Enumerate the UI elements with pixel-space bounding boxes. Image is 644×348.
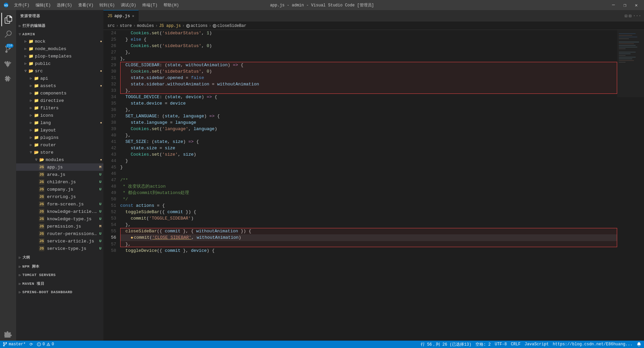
menu-edit[interactable]: 编辑(E): [33, 2, 54, 9]
breadcrumb-appjs[interactable]: JS app.js: [159, 24, 181, 28]
activity-debug-icon[interactable]: [1, 57, 15, 71]
tomcat-servers-section[interactable]: ▷ TOMCAT SERVERS: [16, 270, 103, 278]
tree-item-router[interactable]: ▷ 📁 router: [16, 141, 103, 149]
tree-item-layout[interactable]: ▷ 📁 layout: [16, 126, 103, 134]
line-content[interactable]: toggleDevice({ commit }, device) {: [120, 247, 617, 254]
line-content[interactable]: * 都会commit到mutations处理: [120, 190, 617, 196]
menu-terminal[interactable]: 终端(T): [140, 2, 160, 9]
line-content[interactable]: ◆commit('CLOSE_SIDEBAR', withoutAnimatio…: [120, 234, 617, 241]
tree-item-src[interactable]: ▽ 📂 src ●: [16, 67, 103, 75]
line-content[interactable]: state.size = size: [120, 145, 617, 151]
status-errors[interactable]: 0 0: [37, 342, 54, 347]
line-content[interactable]: },: [120, 55, 617, 62]
line-content[interactable]: [120, 170, 617, 177]
breadcrumb-store[interactable]: store: [120, 24, 132, 28]
tree-item-errorlog-js[interactable]: JS errorLog.js: [16, 193, 103, 200]
tree-item-api[interactable]: ▷ 📁 api: [16, 75, 103, 82]
tree-item-node-modules[interactable]: ▷ 📁 node_modules: [16, 45, 103, 52]
breadcrumb-modules[interactable]: modules: [137, 24, 154, 28]
line-content[interactable]: },: [120, 87, 617, 94]
line-content[interactable]: commit('TOGGLE_SIDEBAR'): [120, 215, 617, 222]
status-language[interactable]: JavaScript: [524, 342, 549, 347]
tree-item-knowledge-type-js[interactable]: JS knowledge-type.js U: [16, 215, 103, 223]
line-content[interactable]: }: [120, 164, 617, 170]
line-content[interactable]: TOGGLE_DEVICE: (state, device) => {: [120, 94, 617, 100]
line-content[interactable]: Cookies.set('sidebarStatus', 0): [120, 68, 617, 75]
tree-item-components[interactable]: ▷ 📁 components: [16, 89, 103, 97]
tree-item-public[interactable]: ▷ 📁 public: [16, 60, 103, 67]
status-encoding[interactable]: UTF-8: [495, 342, 507, 347]
line-content[interactable]: Cookies.set('sidebarStatus', 1): [120, 30, 617, 36]
status-indent[interactable]: 空格: 2: [475, 342, 491, 347]
line-content[interactable]: closeSideBar({ commit }, { withoutAnimat…: [120, 228, 617, 234]
menu-goto[interactable]: 转到(G): [97, 2, 118, 9]
tree-item-modules[interactable]: ▽ 📂 modules ●: [16, 156, 103, 163]
spring-boot-section[interactable]: ▷ SPRING-BOOT DASHBOARD: [16, 287, 103, 296]
status-git-branch[interactable]: master*: [3, 342, 26, 347]
activity-extensions-icon[interactable]: [1, 72, 15, 85]
activity-settings-icon[interactable]: [1, 327, 15, 341]
tree-item-permission-js[interactable]: JS permission.js M: [16, 223, 103, 230]
line-content[interactable]: /**: [120, 177, 617, 183]
menu-view[interactable]: 查看(V): [76, 2, 96, 9]
activity-explorer-icon[interactable]: [1, 13, 15, 26]
menu-help[interactable]: 帮助(H): [161, 2, 182, 9]
line-content[interactable]: state.device = device: [120, 100, 617, 107]
tree-item-service-type-js[interactable]: JS service-type.js U: [16, 245, 103, 252]
window-controls[interactable]: ─ ❐ ✕: [609, 1, 641, 9]
tree-item-plop-templates[interactable]: ▷ 📁 plop-templates: [16, 52, 103, 60]
line-content[interactable]: const actions = {: [120, 202, 617, 209]
line-content[interactable]: */: [120, 196, 617, 202]
status-sync[interactable]: ⟳: [30, 342, 33, 347]
tab-app-js[interactable]: JS app.js ✕: [103, 10, 139, 22]
line-content[interactable]: },: [120, 49, 617, 55]
line-content[interactable]: SET_LANGUAGE: (state, language) => {: [120, 113, 617, 119]
line-content[interactable]: CLOSE_SIDEBAR: (state, withoutAnimation)…: [120, 62, 617, 68]
tree-item-knowledge-article-js[interactable]: JS knowledge-article.js U: [16, 208, 103, 215]
line-content[interactable]: },: [120, 222, 617, 228]
tree-item-area-js[interactable]: JS area.js U: [16, 171, 103, 178]
line-content[interactable]: SET_SIZE: (state, size) => {: [120, 139, 617, 145]
tree-item-filters[interactable]: ▷ 📁 filters: [16, 104, 103, 112]
breadcrumb-src[interactable]: src: [107, 24, 115, 28]
close-button[interactable]: ✕: [632, 1, 641, 9]
tree-item-router-permissions-js[interactable]: JS router-permissions.js U: [16, 230, 103, 237]
tree-item-mock[interactable]: ▷ 📁 mock ●: [16, 38, 103, 45]
status-line-endings[interactable]: CRLF: [511, 342, 521, 347]
menu-select[interactable]: 选择(S): [54, 2, 75, 9]
root-folder-header[interactable]: ▽ ADMIN: [16, 30, 103, 38]
minimize-button[interactable]: ─: [609, 1, 618, 9]
tree-item-store[interactable]: ▽ 📂 store: [16, 149, 103, 156]
tree-item-icons[interactable]: ▷ 📁 icons: [16, 112, 103, 119]
more-actions-icon[interactable]: ···: [633, 13, 641, 18]
breadcrumb-close-sidebar[interactable]: closeSideBar: [213, 24, 246, 28]
line-content[interactable]: Cookies.set('language', language): [120, 126, 617, 132]
line-content[interactable]: },: [120, 241, 617, 247]
outline-section[interactable]: ▷ 大纲: [16, 252, 103, 261]
tree-item-service-article-js[interactable]: JS service-article.js U: [16, 237, 103, 245]
line-content[interactable]: }: [120, 158, 617, 164]
toggle-panel-icon[interactable]: ⊟: [629, 13, 631, 19]
tree-item-plugins[interactable]: ▷ 📁 plugins: [16, 134, 103, 141]
split-editor-icon[interactable]: ⊡: [625, 13, 627, 19]
tree-item-assets[interactable]: ▷ 📁 assets ●: [16, 82, 103, 89]
maximize-button[interactable]: ❐: [620, 1, 629, 9]
line-content[interactable]: },: [120, 132, 617, 139]
line-content[interactable]: * 改变状态的action: [120, 183, 617, 190]
line-content[interactable]: } else {: [120, 36, 617, 43]
activity-git-icon[interactable]: 210: [1, 42, 15, 56]
line-content[interactable]: toggleSideBar({ commit }) {: [120, 209, 617, 215]
line-content[interactable]: },: [120, 107, 617, 113]
menu-debug[interactable]: 调试(D): [118, 2, 139, 9]
tree-item-company-js[interactable]: JS company.js U: [16, 186, 103, 193]
line-content[interactable]: Cookies.set('size', size): [120, 151, 617, 158]
status-notifications[interactable]: [637, 342, 641, 347]
activity-search-icon[interactable]: [1, 28, 15, 41]
tree-item-directive[interactable]: ▷ 📁 directive: [16, 97, 103, 104]
line-content[interactable]: state.sidebar.withoutAnimation = without…: [120, 81, 617, 87]
line-content[interactable]: Cookies.set('sidebarStatus', 0): [120, 43, 617, 49]
tree-item-app-js[interactable]: JS app.js M: [16, 163, 103, 171]
line-content[interactable]: state.sidebar.opened = false: [120, 75, 617, 81]
menu-file[interactable]: 文件(F): [11, 2, 32, 9]
code-scroll-area[interactable]: 24 Cookies.set('sidebarStatus', 1) 25 } …: [103, 30, 617, 341]
